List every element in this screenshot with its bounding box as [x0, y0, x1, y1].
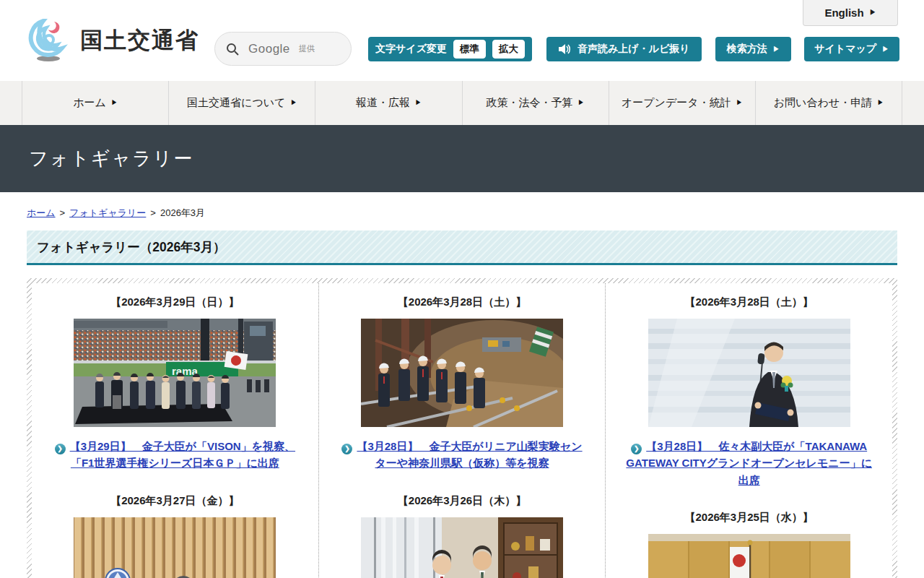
breadcrumb-home-link[interactable]: ホーム	[27, 207, 56, 218]
search-method-label: 検索方法	[727, 43, 767, 56]
sitemap-label: サイトマップ	[814, 43, 876, 56]
search-provided-label: 提供	[299, 43, 315, 54]
search-brand-label: Google	[248, 42, 290, 56]
english-button[interactable]: English ▶	[803, 0, 898, 26]
triangle-icon: ▶	[290, 98, 297, 108]
triangle-icon: ▶	[773, 45, 780, 54]
triangle-icon: ▶	[877, 98, 884, 108]
speaker-icon	[558, 43, 571, 55]
photo-ceremony-speech[interactable]	[648, 319, 850, 427]
gallery-column-3: 【2026年3月28日（土）】	[606, 283, 892, 578]
header-toolbar: 文字サイズ変更 標準 拡大 音声読み上げ・ルビ振り 検索方法 ▶ サイトマップ …	[368, 37, 899, 61]
photo-date: 【2026年3月26日（木）】	[334, 494, 591, 508]
photo-linear-tunnel-inspection[interactable]	[361, 319, 563, 427]
sitemap-button[interactable]: サイトマップ ▶	[804, 37, 899, 61]
triangle-icon: ▶	[870, 8, 876, 17]
photo-date: 【2026年3月28日（土）】	[334, 296, 591, 309]
photo-link[interactable]: ❯【3月29日】 金子大臣が「VISON」を視察、「F1世界選手権シリーズ日本Ｇ…	[51, 438, 300, 472]
nav-label: 国土交通省について	[187, 96, 285, 110]
gallery-item: 【2026年3月27日（金）】	[32, 472, 318, 578]
gallery-grid: 【2026年3月29日（日）】	[32, 283, 892, 578]
gallery-item: 【2026年3月29日（日）】	[32, 283, 318, 472]
photo-date: 【2026年3月29日（日）】	[46, 296, 304, 309]
chevron-bullet-icon: ❯	[55, 444, 66, 454]
nav-label: オープンデータ・統計	[622, 96, 731, 110]
nav-item-home[interactable]: ホーム ▶	[22, 81, 168, 125]
gallery-item: 【2026年3月28日（土）】	[319, 283, 606, 472]
english-label: English	[824, 7, 863, 19]
photo-handshake-meeting[interactable]	[361, 517, 563, 578]
search-icon	[225, 42, 240, 56]
photo-award-ceremony-gold-screen[interactable]	[648, 534, 850, 578]
section-heading: フォトギャラリー（2026年3月）	[27, 230, 897, 265]
gallery-item: 【2026年3月28日（土）】	[606, 283, 892, 488]
site-name: 国土交通省	[80, 25, 199, 56]
nav-item-opendata[interactable]: オープンデータ・統計 ▶	[609, 81, 755, 125]
triangle-icon: ▶	[111, 98, 118, 108]
site-header: 国土交通省 Google 提供 English ▶ 文字サイズ変更 標準 拡大 …	[0, 0, 924, 81]
site-logo[interactable]: 国土交通省	[27, 19, 199, 62]
search-method-button[interactable]: 検索方法 ▶	[715, 37, 791, 61]
font-standard-button[interactable]: 標準	[453, 40, 486, 59]
photo-link-text: 【3月28日】 佐々木副大臣が「TAKANAWA GATEWAY CITYグラン…	[626, 440, 872, 486]
breadcrumb-gallery-link[interactable]: フォトギャラリー	[69, 207, 146, 218]
photo-date: 【2026年3月27日（金）】	[46, 494, 304, 508]
audio-read-label: 音声読み上げ・ルビ振り	[578, 43, 690, 56]
audio-read-button[interactable]: 音声読み上げ・ルビ振り	[546, 37, 702, 61]
breadcrumb-separator: >	[150, 207, 156, 218]
nav-label: お問い合わせ・申請	[774, 96, 872, 110]
triangle-icon: ▶	[882, 45, 889, 54]
search-input[interactable]: Google 提供	[214, 32, 352, 66]
font-size-label: 文字サイズ変更	[375, 43, 447, 56]
triangle-icon: ▶	[578, 98, 585, 108]
breadcrumb: ホーム>フォトギャラリー>2026年3月	[27, 207, 897, 220]
triangle-icon: ▶	[736, 98, 743, 108]
nav-item-about[interactable]: 国土交通省について ▶	[168, 81, 315, 125]
photo-link[interactable]: ❯【3月28日】 金子大臣がリニア山梨実験センターや神奈川県駅（仮称）等を視察	[338, 438, 587, 472]
photo-gallery: 【2026年3月29日（日）】	[27, 278, 897, 578]
nav-label: 政策・法令・予算	[487, 96, 573, 110]
page-title: フォトギャラリー	[0, 146, 193, 171]
font-size-control: 文字サイズ変更 標準 拡大	[368, 37, 532, 61]
breadcrumb-separator: >	[60, 207, 66, 218]
page-banner: フォトギャラリー	[0, 125, 924, 192]
gallery-item: 【2026年3月25日（水）】	[606, 488, 892, 578]
chevron-bullet-icon: ❯	[341, 444, 352, 454]
nav-item-contact[interactable]: お問い合わせ・申請 ▶	[755, 81, 902, 125]
photo-press-conference-wood[interactable]	[74, 517, 276, 578]
photo-date: 【2026年3月25日（水）】	[620, 511, 878, 525]
photo-link-text: 【3月28日】 金子大臣がリニア山梨実験センターや神奈川県駅（仮称）等を視察	[357, 440, 582, 469]
nav-label: ホーム	[73, 96, 106, 110]
chevron-bullet-icon: ❯	[631, 444, 642, 454]
photo-link-text: 【3月29日】 金子大臣が「VISON」を視察、「F1世界選手権シリーズ日本ＧＰ…	[70, 440, 295, 469]
gallery-item: 【2026年3月26日（木）】	[319, 472, 606, 578]
nav-item-policy[interactable]: 政策・法令・予算 ▶	[462, 81, 609, 125]
mlit-logo-icon	[27, 19, 73, 62]
nav-item-press[interactable]: 報道・広報 ▶	[315, 81, 461, 125]
photo-link[interactable]: ❯【3月28日】 佐々木副大臣が「TAKANAWA GATEWAY CITYグラ…	[624, 438, 873, 488]
breadcrumb-current: 2026年3月	[160, 207, 205, 218]
gallery-column-2: 【2026年3月28日（土）】	[319, 283, 606, 578]
font-large-button[interactable]: 拡大	[492, 40, 525, 59]
triangle-icon: ▶	[415, 98, 422, 108]
gallery-column-1: 【2026年3月29日（日）】	[32, 283, 319, 578]
photo-f1-grid-ceremony[interactable]: rama	[74, 319, 276, 427]
nav-label: 報道・広報	[356, 96, 410, 110]
photo-date: 【2026年3月28日（土）】	[620, 296, 878, 309]
global-nav: ホーム ▶ 国土交通省について ▶ 報道・広報 ▶ 政策・法令・予算 ▶ オープ…	[0, 81, 924, 125]
